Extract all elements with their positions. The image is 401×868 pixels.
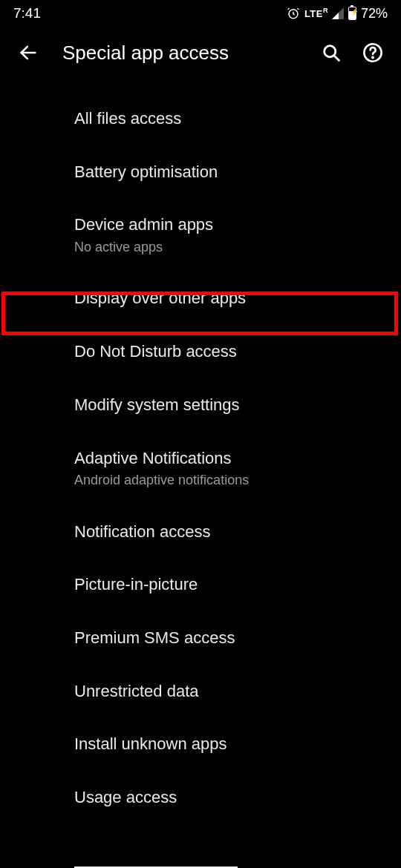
svg-point-5 [372,57,373,58]
svg-line-3 [334,56,339,61]
list-item-title: Unrestricted data [74,680,383,703]
list-item-title: Modify system settings [74,394,383,416]
list-item[interactable]: Install unknown apps [0,717,401,771]
list-item-title: Install unknown apps [74,733,383,755]
page-title: Special app access [62,42,297,65]
app-bar: Special app access [0,27,401,79]
battery-icon: ⚡ [348,7,356,20]
list-item[interactable]: Usage access [0,771,401,824]
battery-percent: 72% [361,6,388,22]
list-item-title: Picture-in-picture [74,573,383,596]
network-lte-icon: LTER [304,8,323,19]
list-item-title: Battery optimisation [74,161,383,183]
list-item[interactable]: Unrestricted data [0,665,401,718]
list-item-title: All files access [74,108,383,130]
list-item[interactable]: Notification access [0,505,401,559]
list-item-title: Usage access [74,786,383,809]
search-button[interactable] [319,41,343,65]
list-item[interactable]: Device admin appsNo active apps [0,198,401,272]
list-item-subtitle: No active apps [74,239,383,256]
list-item-title: Device admin apps [74,214,383,236]
signal-icon [332,7,344,19]
arrow-back-icon [18,42,39,63]
search-icon [321,42,342,63]
list-item[interactable]: All files access [0,92,401,145]
list-item-subtitle: Android adaptive notifications [74,472,383,489]
list-item[interactable]: Premium SMS access [0,611,401,665]
status-bar: 7:41 LTER ⚡ 72% [0,0,401,27]
list-item-title: Adaptive Notifications [74,447,383,470]
list-item[interactable]: Picture-in-picture [0,558,401,611]
help-icon [362,42,383,63]
back-button[interactable] [16,41,40,65]
settings-list: All files accessBattery optimisationDevi… [0,79,401,824]
list-item[interactable]: Adaptive NotificationsAndroid adaptive n… [0,432,401,505]
status-right: LTER ⚡ 72% [287,6,388,22]
alarm-icon [287,7,300,20]
list-item-title: Do Not Disturb access [74,341,383,363]
list-item[interactable]: Battery optimisation [0,145,401,199]
list-item-title: Notification access [74,521,383,543]
help-button[interactable] [361,41,385,65]
status-time: 7:41 [13,5,41,22]
list-item-title: Display over other apps [74,287,383,309]
list-item[interactable]: Do Not Disturb access [0,325,401,378]
list-item[interactable]: Display over other apps [0,272,401,325]
list-item[interactable]: Modify system settings [0,378,401,432]
list-item-title: Premium SMS access [74,627,383,649]
